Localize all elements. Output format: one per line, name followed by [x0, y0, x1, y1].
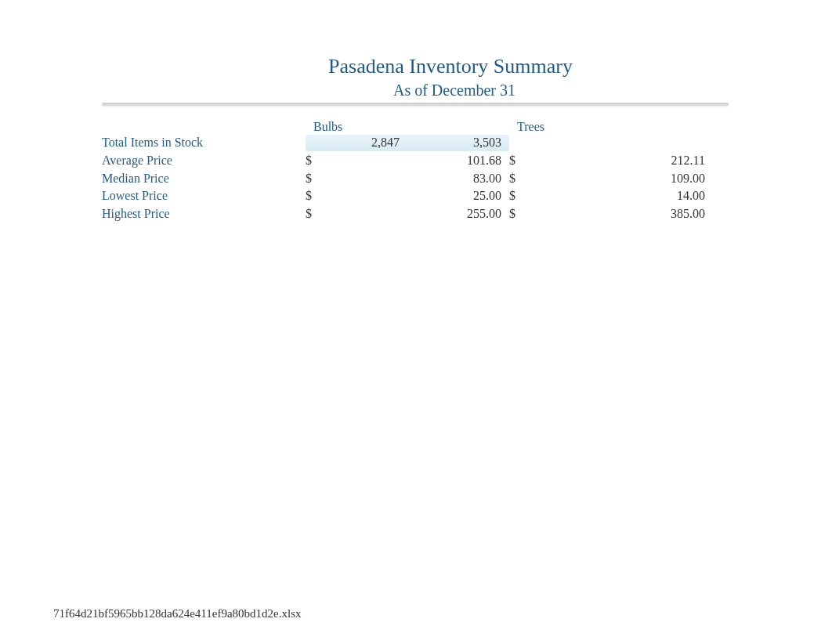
bulbs-value: 25.00 — [317, 188, 509, 204]
report-subtitle: As of December 31 — [102, 81, 729, 99]
title-divider — [102, 103, 729, 106]
total-bulbs-value: 2,847 — [306, 135, 407, 151]
trees-value: 14.00 — [521, 188, 713, 204]
trees-currency: $ — [509, 188, 521, 204]
table-row-total-items: Total Items in Stock 2,847 3,503 — [102, 134, 729, 152]
trees-value: 212.11 — [521, 153, 713, 169]
inventory-table: Bulbs Trees Total Items in Stock 2,847 3… — [102, 120, 729, 223]
bulbs-currency: $ — [306, 153, 317, 169]
table-row-lowest-price: Lowest Price $ 25.00 $ 14.00 — [102, 187, 729, 205]
bulbs-value: 83.00 — [317, 171, 509, 187]
bulbs-currency: $ — [306, 171, 317, 187]
header-trees: Trees — [509, 120, 713, 134]
header-label-empty — [102, 120, 306, 134]
row-label: Total Items in Stock — [102, 134, 306, 152]
row-label: Lowest Price — [102, 187, 306, 205]
table-row-highest-price: Highest Price $ 255.00 $ 385.00 — [102, 205, 729, 223]
trees-currency: $ — [509, 206, 521, 223]
bulbs-currency: $ — [306, 188, 317, 204]
bulbs-currency: $ — [306, 206, 317, 223]
header-bulbs: Bulbs — [306, 120, 509, 134]
table-header-row: Bulbs Trees — [102, 120, 729, 134]
trees-currency: $ — [509, 153, 521, 169]
report-title: Pasadena Inventory Summary — [102, 55, 729, 78]
table-row-median-price: Median Price $ 83.00 $ 109.00 — [102, 170, 729, 188]
bulbs-value: 255.00 — [317, 206, 509, 223]
trees-currency: $ — [509, 171, 521, 187]
row-label: Average Price — [102, 152, 306, 170]
row-label: Highest Price — [102, 205, 306, 223]
table-row-average-price: Average Price $ 101.68 $ 212.11 — [102, 152, 729, 170]
trees-value: 109.00 — [521, 171, 713, 187]
trees-value: 385.00 — [521, 206, 713, 223]
row-label: Median Price — [102, 170, 306, 188]
footer-filename: 71f64d21bf5965bb128da624e411ef9a80bd1d2e… — [53, 607, 301, 620]
total-trees-value: 3,503 — [407, 135, 509, 151]
report-container: Pasadena Inventory Summary As of Decembe… — [102, 55, 729, 223]
bulbs-value: 101.68 — [317, 153, 509, 169]
